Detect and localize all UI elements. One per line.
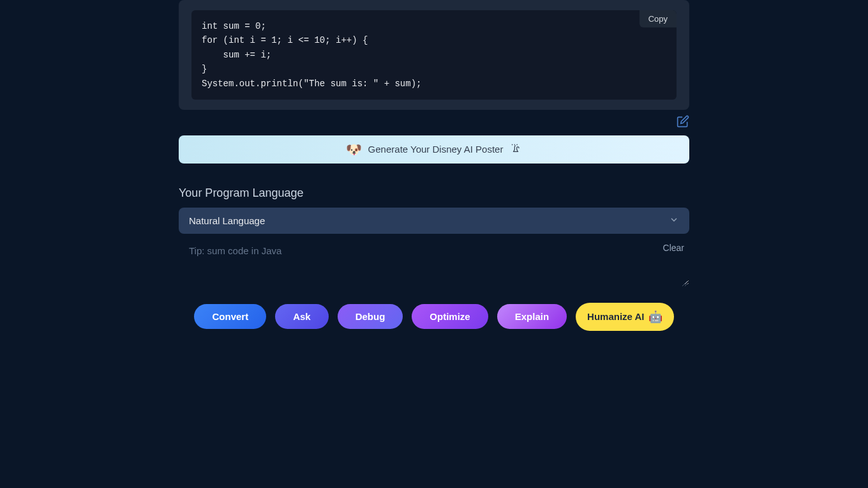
optimize-button[interactable]: Optimize xyxy=(412,304,488,329)
promo-banner[interactable]: 🐶 Generate Your Disney AI Poster xyxy=(179,135,689,164)
action-buttons-row: Convert Ask Debug Optimize Explain Human… xyxy=(179,303,689,331)
humanize-label: Humanize AI xyxy=(587,311,644,322)
language-selected-value: Natural Language xyxy=(189,215,265,226)
code-block-wrapper: Copy int sum = 0; for (int i = 1; i <= 1… xyxy=(191,10,677,100)
prompt-input[interactable] xyxy=(179,239,689,285)
language-section-label: Your Program Language xyxy=(179,187,689,200)
dog-emoji-icon: 🐶 xyxy=(346,142,362,157)
code-response-card: Copy int sum = 0; for (int i = 1; i <= 1… xyxy=(179,0,689,110)
copy-button[interactable]: Copy xyxy=(640,10,677,27)
robot-emoji-icon: 🤖 xyxy=(648,310,662,324)
tap-icon xyxy=(509,143,522,156)
input-area: Clear xyxy=(179,239,689,287)
promo-text: Generate Your Disney AI Poster xyxy=(368,144,504,155)
code-output: int sum = 0; for (int i = 1; i <= 10; i+… xyxy=(202,19,666,91)
debug-button[interactable]: Debug xyxy=(338,304,403,329)
explain-button[interactable]: Explain xyxy=(497,304,567,329)
language-select[interactable]: Natural Language xyxy=(179,208,689,234)
chevron-down-icon xyxy=(669,215,679,227)
clear-button[interactable]: Clear xyxy=(663,243,684,253)
edit-icon-row xyxy=(179,115,689,128)
ask-button[interactable]: Ask xyxy=(275,304,329,329)
edit-icon[interactable] xyxy=(677,115,689,128)
humanize-ai-button[interactable]: Humanize AI 🤖 xyxy=(576,303,673,331)
convert-button[interactable]: Convert xyxy=(194,304,266,329)
